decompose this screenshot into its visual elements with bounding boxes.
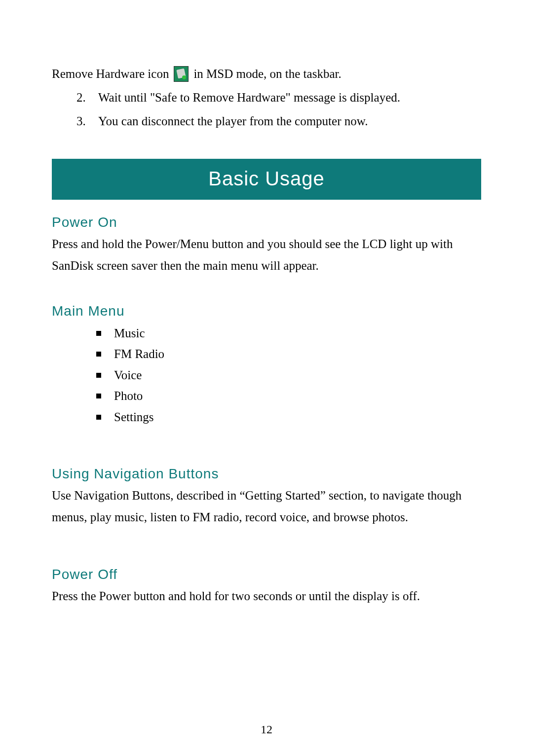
list-item: Photo	[96, 386, 481, 407]
step-number: 2.	[76, 88, 86, 108]
list-item: Music	[96, 323, 481, 344]
list-item-label: Music	[114, 323, 145, 344]
step-text: Wait until "Safe to Remove Hardware" mes…	[98, 88, 400, 108]
list-item: Voice	[96, 365, 481, 386]
square-bullet-icon	[96, 331, 101, 336]
body-power-on: Press and hold the Power/Menu button and…	[52, 233, 481, 277]
list-item-label: Voice	[114, 365, 142, 386]
square-bullet-icon	[96, 415, 101, 420]
step-row: 3. You can disconnect the player from th…	[76, 111, 481, 131]
list-item-label: FM Radio	[114, 344, 164, 365]
list-item: FM Radio	[96, 344, 481, 365]
remove-hardware-icon	[174, 66, 189, 82]
body-power-off: Press the Power button and hold for two …	[52, 585, 481, 607]
intro-text-pre: Remove Hardware icon	[52, 64, 169, 84]
page: Remove Hardware icon in MSD mode, on the…	[0, 0, 533, 756]
main-menu-list: Music FM Radio Voice Photo Settings	[96, 323, 481, 428]
list-item: Settings	[96, 407, 481, 428]
square-bullet-icon	[96, 394, 101, 398]
heading-power-on: Power On	[52, 215, 481, 230]
step-row: 2. Wait until "Safe to Remove Hardware" …	[76, 88, 481, 108]
list-item-label: Settings	[114, 407, 154, 428]
section-banner-basic-usage: Basic Usage	[52, 159, 481, 200]
intro-text-post: in MSD mode, on the taskbar.	[193, 64, 341, 84]
square-bullet-icon	[96, 373, 101, 378]
intro-block: Remove Hardware icon in MSD mode, on the…	[52, 64, 481, 131]
step-number: 3.	[76, 111, 86, 131]
intro-line: Remove Hardware icon in MSD mode, on the…	[52, 64, 481, 84]
step-text: You can disconnect the player from the c…	[98, 111, 368, 131]
heading-navigation-buttons: Using Navigation Buttons	[52, 466, 481, 482]
heading-main-menu: Main Menu	[52, 303, 481, 319]
heading-power-off: Power Off	[52, 567, 481, 582]
square-bullet-icon	[96, 352, 101, 357]
body-navigation-buttons: Use Navigation Buttons, described in “Ge…	[52, 485, 481, 528]
page-number: 12	[0, 723, 533, 736]
list-item-label: Photo	[114, 386, 143, 407]
